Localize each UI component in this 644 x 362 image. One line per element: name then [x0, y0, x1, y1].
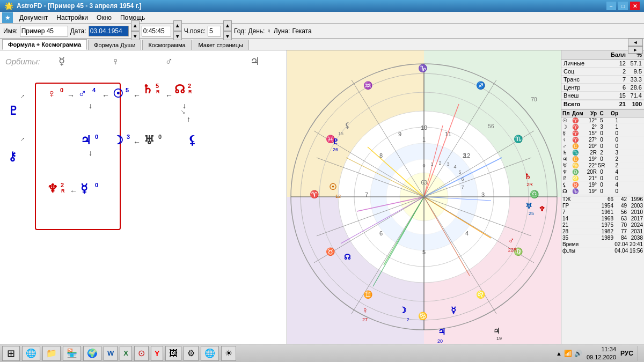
svg-text:♆: ♆ — [539, 205, 545, 213]
planet-table-header: Пл Дом Ур С Ор — [561, 110, 644, 117]
taskbar-sun[interactable]: ☀ — [221, 346, 236, 361]
taskbar-opera[interactable]: ⊙ — [134, 346, 149, 361]
nav-arrows[interactable]: ◄ ► — [628, 39, 644, 54]
stats-row-outer: Внеш 15 71.4 — [561, 92, 644, 100]
taskbar-gallery[interactable]: 🖼 — [165, 346, 181, 361]
tab-cosmogram[interactable]: Космограмма — [142, 40, 191, 50]
svg-text:15: 15 — [338, 131, 343, 136]
svg-text:70: 70 — [531, 97, 537, 102]
bottom-stat-row: ГР1954492003 — [561, 203, 644, 209]
bottom-stat-row: 141968632017 — [561, 216, 644, 222]
taskbar-language[interactable]: РУС — [620, 350, 633, 357]
taskbar-store[interactable]: 🏪 — [63, 346, 81, 361]
pluto-up-arrow: → — [17, 91, 28, 102]
app-menu-icon: ★ — [2, 12, 13, 23]
svg-text:7: 7 — [365, 191, 368, 198]
taskbar-word[interactable]: W — [104, 346, 118, 361]
neptune-mercury-arrow: ← — [70, 187, 77, 195]
day-label: День: ♀ — [248, 27, 271, 35]
svg-text:♈: ♈ — [310, 190, 319, 199]
svg-text:♊: ♊ — [363, 290, 373, 299]
mars-symbol: ♂ — [78, 87, 87, 101]
fly-row: ф.лы 04.04 16:56 — [561, 248, 644, 254]
node-r: R — [188, 89, 192, 94]
close-button[interactable]: ✕ — [630, 2, 640, 10]
svg-text:12: 12 — [335, 194, 341, 199]
svg-text:22R: 22R — [508, 247, 517, 253]
titlebar-controls[interactable]: − □ ✕ — [606, 2, 640, 10]
planet-row: ⚸♉19°04 — [561, 182, 644, 188]
stats-val-personal: 12 — [610, 60, 626, 67]
stats-ball-header: Балл — [610, 51, 626, 58]
zone-up-button[interactable]: ▲ — [223, 20, 232, 31]
svg-text:63: 63 — [421, 180, 427, 186]
svg-text:☿: ☿ — [451, 306, 456, 315]
svg-text:11: 11 — [445, 131, 451, 137]
mars-down-arrow: ↓ — [89, 101, 92, 110]
planet-header: ☿ ♀ ♂ ♃ — [35, 53, 287, 69]
stats-pct-personal: 57.1 — [626, 60, 642, 67]
venus-num: 0 — [60, 87, 63, 93]
header-venus: ♀ — [89, 55, 142, 68]
svg-text:♋: ♋ — [418, 312, 428, 321]
nav-next-button[interactable]: ► — [628, 46, 643, 54]
main-content: ☿ ♀ ♂ ♃ Орбиты: ♇ ⚷ → → ♀ 0 → ♂ 4 ← ☉ 5 … — [0, 50, 644, 344]
nav-prev-button[interactable]: ◄ — [628, 39, 643, 46]
menubar: ★ Документ Настройки Окно Помощь — [0, 12, 644, 24]
taskbar-settings[interactable]: ⚙ — [184, 346, 199, 361]
luna-label: Луна: — [274, 27, 290, 35]
svg-text:4: 4 — [465, 230, 469, 237]
taskbar-excel[interactable]: X — [120, 346, 132, 361]
stats-label-personal: Личные — [564, 60, 610, 67]
menu-document[interactable]: Документ — [15, 13, 52, 23]
show-desktop-button[interactable] — [638, 346, 642, 361]
stats-row-total: Всего 21 100 — [561, 100, 644, 108]
venus-mars-arrow: → — [67, 91, 75, 100]
planet-row: ☊♑19°00 — [561, 188, 644, 195]
tab-formula-cosmos[interactable]: Формула + Космограмма — [2, 39, 87, 50]
zone-input[interactable] — [208, 26, 221, 36]
date-input[interactable] — [89, 26, 129, 36]
svg-text:5: 5 — [458, 169, 461, 175]
svg-text:2R: 2R — [526, 182, 533, 187]
minimize-button[interactable]: − — [606, 2, 616, 10]
svg-text:♑: ♑ — [418, 64, 428, 73]
svg-text:♉: ♉ — [326, 247, 335, 256]
start-button[interactable]: ⊞ — [2, 346, 20, 361]
neptune-symbol: ♆ — [47, 182, 58, 196]
svg-text:56: 56 — [488, 123, 494, 129]
maximize-button[interactable]: □ — [618, 2, 628, 10]
svg-text:0: 0 — [422, 163, 425, 168]
svg-text:26: 26 — [333, 147, 338, 152]
sun-saturn-arrow: ← — [133, 91, 141, 100]
node-symbol: ☊ — [174, 83, 185, 97]
tab-formula-soul[interactable]: Формула Души — [88, 40, 141, 50]
bottom-stat-row: 211975702024 — [561, 222, 644, 228]
menu-settings[interactable]: Настройки — [52, 13, 92, 23]
toolbar: Имя: Дата: ▲ ▼ ▲ ▼ Ч.пояс: ▲ ▼ Год: День… — [0, 24, 644, 39]
taskbar-browser2[interactable]: 🌐 — [201, 346, 219, 361]
planet-rows: ☉♈12°51☽♈2°31☿♈15°00♀♈27°00♂♊20°00♄♏2R23… — [561, 117, 644, 195]
lilith-symbol: ⚸ — [188, 134, 196, 147]
date-up-button[interactable]: ▲ — [131, 20, 140, 31]
svg-text:5: 5 — [422, 249, 426, 255]
astro-chart-svg: ♑ ♐ ♏ ♎ ♍ ♌ ♋ ♊ ♉ ♈ ♓ — [287, 50, 561, 344]
taskbar-chrome[interactable]: 🌍 — [83, 346, 101, 361]
svg-text:2: 2 — [406, 317, 409, 322]
time-input[interactable] — [142, 26, 171, 36]
menu-window[interactable]: Окно — [92, 13, 116, 23]
taskbar-yandex[interactable]: Y — [151, 346, 163, 361]
stats-row-personal: Личные 12 57.1 — [561, 60, 644, 68]
svg-text:27: 27 — [362, 317, 368, 322]
time-up-button[interactable]: ▲ — [173, 20, 182, 31]
taskbar-ie[interactable]: 🌐 — [22, 346, 40, 361]
ph-planet: Пл — [562, 110, 572, 116]
up-arrow-icon[interactable]: ▲ — [556, 350, 562, 357]
svg-text:1: 1 — [430, 161, 433, 167]
taskbar-explorer[interactable]: 📁 — [42, 346, 61, 361]
chart-area: ♑ ♐ ♏ ♎ ♍ ♌ ♋ ♊ ♉ ♈ ♓ — [287, 50, 561, 344]
stats-row-trans: Транс 7 33.3 — [561, 76, 644, 84]
name-input[interactable] — [20, 26, 68, 36]
tab-page-layout[interactable]: Макет страницы — [193, 40, 249, 50]
svg-text:8: 8 — [379, 152, 383, 159]
